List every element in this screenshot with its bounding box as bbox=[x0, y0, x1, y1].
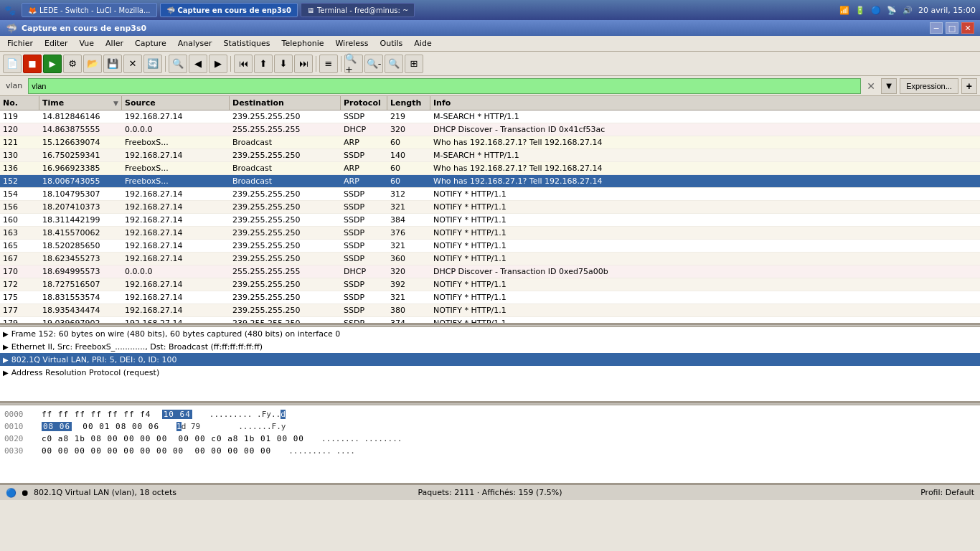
new-capture-btn[interactable]: 📄 bbox=[3, 55, 22, 73]
stop-btn[interactable]: ■ bbox=[23, 55, 42, 73]
hex-bytes-0: ff ff ff ff ff ff f4 10 64 bbox=[42, 410, 192, 419]
menu-statistiques[interactable]: Statistiques bbox=[218, 36, 276, 52]
filter-input[interactable] bbox=[28, 78, 861, 94]
forward-btn[interactable]: ▶ bbox=[209, 55, 227, 73]
cell-time: 19.039697902 bbox=[39, 319, 122, 324]
packet-row[interactable]: 163 18.415570062 192.168.27.14 239.255.2… bbox=[0, 227, 980, 240]
back-btn[interactable]: ◀ bbox=[189, 55, 207, 73]
window-titlebar: 🦈 Capture en cours de enp3s0 − □ ✕ bbox=[0, 20, 980, 36]
packet-row[interactable]: 175 18.831553574 192.168.27.14 239.255.2… bbox=[0, 291, 980, 304]
packet-row[interactable]: 156 18.207410373 192.168.27.14 239.255.2… bbox=[0, 201, 980, 214]
cell-no: 119 bbox=[0, 112, 39, 121]
close-capture-btn[interactable]: ✕ bbox=[123, 55, 142, 73]
menu-aide[interactable]: Aide bbox=[408, 36, 437, 52]
zoom-in-btn[interactable]: 🔍+ bbox=[344, 55, 363, 73]
packet-row[interactable]: 165 18.520285650 192.168.27.14 239.255.2… bbox=[0, 240, 980, 253]
cell-dst: 239.255.255.250 bbox=[230, 202, 341, 212]
cell-time: 18.831553574 bbox=[39, 293, 122, 302]
menu-vue[interactable]: Vue bbox=[74, 36, 100, 52]
detail-row[interactable]: ▶ Ethernet II, Src: FreeboxS_...........… bbox=[0, 340, 980, 353]
filter-dropdown-btn[interactable]: ▼ bbox=[881, 78, 897, 94]
detail-row[interactable]: ▶ Frame 152: 60 bytes on wire (480 bits)… bbox=[0, 327, 980, 340]
save-btn[interactable]: 💾 bbox=[103, 55, 122, 73]
open-btn[interactable]: 📂 bbox=[83, 55, 102, 73]
window-btn[interactable]: ⊞ bbox=[405, 55, 423, 73]
minimize-button[interactable]: − bbox=[930, 22, 943, 34]
menu-wireless[interactable]: Wireless bbox=[329, 36, 374, 52]
go-last-btn[interactable]: ⏭ bbox=[294, 55, 313, 73]
col-header-time[interactable]: Time▼ bbox=[39, 96, 122, 110]
cell-src: 192.168.27.14 bbox=[122, 306, 230, 315]
packet-row[interactable]: 121 15.126639074 FreeboxS... Broadcast A… bbox=[0, 136, 980, 149]
packet-row[interactable]: 120 14.863875555 0.0.0.0 255.255.255.255… bbox=[0, 123, 980, 136]
col-header-no[interactable]: No. bbox=[0, 96, 39, 110]
col-header-length[interactable]: Length bbox=[387, 96, 430, 110]
detail-row[interactable]: ▶ 802.1Q Virtual LAN, PRI: 5, DEI: 0, ID… bbox=[0, 353, 980, 366]
cell-proto: DHCP bbox=[341, 267, 387, 276]
taskbar-btn-lede[interactable]: 🦊 LEDE - Switch - LuCI - Mozilla... bbox=[22, 3, 157, 17]
menu-editer[interactable]: Editer bbox=[39, 36, 74, 52]
cell-info: NOTIFY * HTTP/1.1 bbox=[430, 202, 980, 212]
packet-row[interactable]: 160 18.311442199 192.168.27.14 239.255.2… bbox=[0, 214, 980, 227]
expression-button[interactable]: Expression... bbox=[900, 78, 958, 94]
packet-row[interactable]: 172 18.727516507 192.168.27.14 239.255.2… bbox=[0, 278, 980, 291]
packet-row[interactable]: 119 14.812846146 192.168.27.14 239.255.2… bbox=[0, 110, 980, 123]
col-header-source[interactable]: Source bbox=[122, 96, 230, 110]
colorize-btn[interactable]: ≡ bbox=[319, 55, 338, 73]
cell-no: 120 bbox=[0, 125, 39, 134]
hex-ascii-0: ......... .Fy..d bbox=[204, 410, 286, 419]
cell-time: 18.727516507 bbox=[39, 280, 122, 289]
cell-info: NOTIFY * HTTP/1.1 bbox=[430, 306, 980, 315]
start-btn[interactable]: ▶ bbox=[43, 55, 62, 73]
filter-clear-btn[interactable]: ✕ bbox=[864, 79, 878, 93]
zoom-out-btn[interactable]: 🔍- bbox=[364, 55, 383, 73]
toolbar-separator-1 bbox=[165, 56, 166, 72]
taskbar-btn-terminal[interactable]: 🖥 Terminal - fred@minus: ~ bbox=[301, 3, 415, 17]
col-header-info[interactable]: Info bbox=[430, 96, 980, 110]
cell-info: Who has 192.168.27.1? Tell 192.168.27.14 bbox=[430, 138, 980, 147]
packet-row[interactable]: 154 18.104795307 192.168.27.14 239.255.2… bbox=[0, 188, 980, 201]
close-button[interactable]: ✕ bbox=[961, 22, 974, 34]
hex-offset-3: 0030 bbox=[4, 446, 30, 456]
cell-no: 179 bbox=[0, 319, 39, 324]
menu-aller[interactable]: Aller bbox=[100, 36, 129, 52]
find-btn[interactable]: 🔍 bbox=[169, 55, 187, 73]
packet-row[interactable]: 179 19.039697902 192.168.27.14 239.255.2… bbox=[0, 317, 980, 324]
go-first-btn[interactable]: ⏮ bbox=[234, 55, 253, 73]
col-header-protocol[interactable]: Protocol bbox=[341, 96, 387, 110]
packet-row[interactable]: 136 16.966923385 FreeboxS... Broadcast A… bbox=[0, 162, 980, 175]
menu-outils[interactable]: Outils bbox=[374, 36, 409, 52]
cell-time: 18.311442199 bbox=[39, 215, 122, 225]
options-btn[interactable]: ⚙ bbox=[63, 55, 82, 73]
hex-bytes-2: c0 a8 1b 08 00 00 00 00 00 00 c0 a8 1b 0… bbox=[42, 434, 304, 443]
detail-label: 802.1Q Virtual LAN, PRI: 5, DEI: 0, ID: … bbox=[11, 355, 177, 364]
packet-row[interactable]: 152 18.006743055 FreeboxS... Broadcast A… bbox=[0, 175, 980, 188]
cell-proto: SSDP bbox=[341, 202, 387, 212]
go-down-btn[interactable]: ⬇ bbox=[274, 55, 293, 73]
packet-row[interactable]: 170 18.694995573 0.0.0.0 255.255.255.255… bbox=[0, 265, 980, 278]
hex-bytes-1: 08 06 00 01 08 00 06 bbox=[42, 422, 159, 431]
hex-row-0: 0000 ff ff ff ff ff ff f4 10 64 ........… bbox=[4, 408, 976, 420]
go-up-btn[interactable]: ⬆ bbox=[254, 55, 273, 73]
cell-time: 18.935434474 bbox=[39, 306, 122, 315]
menu-fichier[interactable]: Fichier bbox=[1, 36, 39, 52]
reload-btn[interactable]: 🔄 bbox=[143, 55, 162, 73]
col-header-destination[interactable]: Destination bbox=[230, 96, 341, 110]
menu-capture[interactable]: Capture bbox=[129, 36, 172, 52]
cell-info: Who has 192.168.27.1? Tell 192.168.27.14 bbox=[430, 164, 980, 173]
detail-row[interactable]: ▶ Address Resolution Protocol (request) bbox=[0, 366, 980, 379]
bluetooth-icon: 🔵 bbox=[871, 6, 881, 15]
menu-telephonie[interactable]: Telephonie bbox=[276, 36, 330, 52]
cell-src: 192.168.27.14 bbox=[122, 112, 230, 121]
packet-row[interactable]: 130 16.750259341 192.168.27.14 239.255.2… bbox=[0, 149, 980, 162]
menu-analyser[interactable]: Analyser bbox=[172, 36, 218, 52]
taskbar-btn-wireshark[interactable]: 🦈 Capture en cours de enp3s0 bbox=[160, 3, 298, 17]
maximize-button[interactable]: □ bbox=[946, 22, 958, 34]
packet-row[interactable]: 167 18.623455273 192.168.27.14 239.255.2… bbox=[0, 253, 980, 265]
add-filter-button[interactable]: + bbox=[961, 78, 977, 94]
cell-dst: 239.255.255.250 bbox=[230, 215, 341, 225]
packet-row[interactable]: 177 18.935434474 192.168.27.14 239.255.2… bbox=[0, 304, 980, 317]
zoom-reset-btn[interactable]: 🔍 bbox=[385, 55, 403, 73]
cell-info: NOTIFY * HTTP/1.1 bbox=[430, 215, 980, 225]
cell-time: 16.750259341 bbox=[39, 151, 122, 160]
